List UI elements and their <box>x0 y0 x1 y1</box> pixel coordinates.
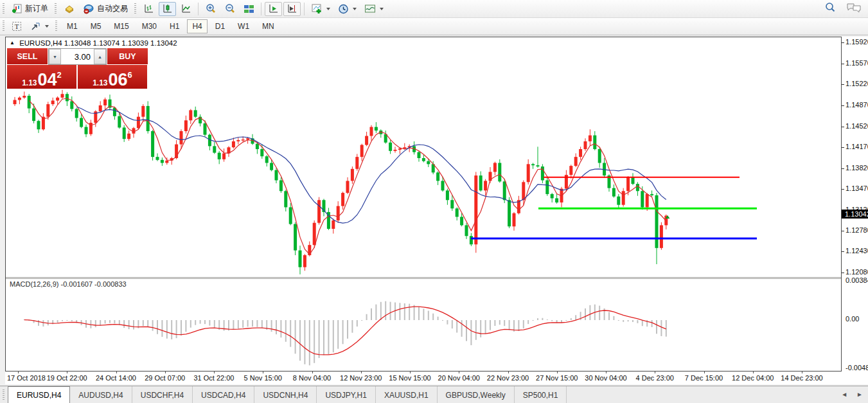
tab-usdcnh[interactable]: USDCNH,H4 <box>254 386 317 403</box>
time-axis[interactable]: 17 Oct 201819 Oct 22:0024 Oct 14:0029 Oc… <box>5 372 842 384</box>
chevron-down-icon <box>45 25 49 28</box>
chevron-down-icon <box>380 8 384 10</box>
expert-advisors-button[interactable] <box>60 2 78 16</box>
price-pane[interactable]: ▲ EURUSD,H4 1.13048 1.13074 1.13039 1.13… <box>6 37 841 277</box>
candle-body <box>460 217 463 225</box>
buy-button[interactable]: BUY <box>107 48 148 65</box>
timeframe-button-m30[interactable]: M30 <box>137 19 162 33</box>
zoom-in-button[interactable] <box>202 1 220 16</box>
timeframe-button-m5[interactable]: M5 <box>85 19 107 33</box>
tab-audusd[interactable]: AUDUSD,H4 <box>70 386 132 403</box>
new-order-button[interactable]: 新订单 <box>8 1 51 16</box>
search-icon[interactable] <box>824 2 836 13</box>
timeframe-button-d1[interactable]: D1 <box>210 19 230 33</box>
time-axis-tick <box>704 372 705 373</box>
macd-histogram-bar <box>176 320 177 338</box>
toolbar-grip[interactable] <box>55 3 57 15</box>
volume-decrease-button[interactable]: ▼ <box>49 49 61 64</box>
chart-shift-button[interactable] <box>283 2 301 16</box>
sell-button[interactable]: SELL <box>7 48 48 65</box>
price-axis-label: 1.13820 <box>846 164 868 172</box>
autotrading-button[interactable]: 自动交易 <box>80 1 131 16</box>
time-axis-tick <box>18 372 19 373</box>
price-axis-label: 1.12080 <box>846 268 868 276</box>
volume-increase-button[interactable]: ▲ <box>94 49 106 64</box>
candle-body <box>80 118 83 127</box>
cursor-mode-button[interactable] <box>27 19 52 33</box>
macd-histogram-bar <box>314 320 315 363</box>
macd-histogram-bar <box>423 309 424 320</box>
tab-eurusd[interactable]: EURUSD,H4 <box>8 386 70 403</box>
macd-histogram-bar <box>527 320 529 324</box>
toolbar-grip[interactable] <box>3 21 4 32</box>
macd-axis-min: -0.004856 <box>846 364 868 372</box>
candle-body <box>522 182 525 200</box>
tab-sp500[interactable]: SP500,H1 <box>515 386 567 403</box>
candle-body <box>232 141 235 147</box>
macd-histogram-bar <box>432 314 434 320</box>
time-axis-tick <box>263 372 263 373</box>
templates-icon <box>364 4 376 14</box>
timeframe-button-m15[interactable]: M15 <box>109 19 134 33</box>
bar-chart-button[interactable] <box>140 2 157 16</box>
macd-histogram-bar <box>337 320 339 349</box>
tile-windows-icon <box>244 4 254 14</box>
sell-price[interactable]: 1.13 04 2 <box>7 65 76 89</box>
tabs-scroll-left-icon[interactable]: ◄ <box>841 391 847 398</box>
macd-histogram-bar <box>171 320 172 339</box>
time-axis-label: 5 Nov 15:00 <box>244 374 282 382</box>
tab-usdcad[interactable]: USDCAD,H4 <box>193 386 254 403</box>
timeframe-button-h1[interactable]: H1 <box>164 19 184 33</box>
timeframe-button-m1[interactable]: M1 <box>62 19 83 33</box>
candle-body <box>275 170 278 181</box>
timeframe-button-mn[interactable]: MN <box>257 19 279 33</box>
macd-indicator-label: MACD(12,26,9) -0.001607 -0.000833 <box>10 280 127 288</box>
toolbar-grip[interactable] <box>3 3 4 15</box>
candle-body <box>456 208 459 217</box>
tabs-scroll-right-icon[interactable]: ► <box>856 391 863 398</box>
macd-histogram-bar <box>456 320 457 333</box>
zoom-out-button[interactable] <box>221 1 239 16</box>
text-label-tool-button[interactable]: T <box>8 19 26 33</box>
macd-histogram-bar <box>518 320 519 331</box>
toolbar-grip[interactable] <box>134 3 136 15</box>
candle-body <box>370 127 373 136</box>
collapse-arrow-icon[interactable]: ▲ <box>10 40 15 46</box>
time-axis-tick <box>165 372 166 373</box>
buy-price[interactable]: 1.13 06 6 <box>78 65 147 89</box>
candle-body <box>180 131 183 145</box>
tab-xauusd[interactable]: XAUUSD,H1 <box>376 386 438 403</box>
line-chart-button[interactable] <box>177 2 195 16</box>
periods-button[interactable] <box>335 2 360 16</box>
candle-body <box>389 143 392 151</box>
toolbar-separator <box>261 3 261 15</box>
macd-histogram-bar <box>542 318 543 320</box>
macd-histogram-bar <box>304 320 305 364</box>
macd-pane[interactable]: MACD(12,26,9) -0.001607 -0.000833 <box>6 279 841 371</box>
price-axis[interactable]: 1.159201.155701.152201.148701.145201.141… <box>842 37 868 384</box>
chart-shift-icon <box>287 4 297 14</box>
candle-body <box>503 181 506 200</box>
volume-input[interactable]: 3.00 <box>61 49 94 64</box>
price-axis-tick <box>842 42 844 43</box>
tab-usdjpy[interactable]: USDJPY,H1 <box>317 386 375 403</box>
tab-usdchf[interactable]: USDCHF,H4 <box>132 386 193 403</box>
toolbar-grip[interactable] <box>55 21 57 32</box>
tabsbar-grip[interactable] <box>3 390 4 401</box>
candlestick-chart-button[interactable] <box>159 2 176 16</box>
buy-price-sup: 6 <box>128 71 132 79</box>
timeframe-button-h4[interactable]: H4 <box>187 19 207 33</box>
price-axis-label: 1.12430 <box>846 247 868 255</box>
tile-windows-button[interactable] <box>240 2 258 16</box>
chart-window[interactable]: ▲ EURUSD,H4 1.13048 1.13074 1.13039 1.13… <box>5 37 842 372</box>
templates-button[interactable] <box>361 2 387 16</box>
candle-body <box>256 144 259 149</box>
community-chat-icon[interactable] <box>846 2 862 13</box>
auto-scroll-button[interactable] <box>265 2 282 16</box>
indicators-button[interactable] <box>308 2 333 16</box>
time-axis-label: 12 Dec 04:00 <box>732 374 774 382</box>
macd-histogram-bar <box>90 320 91 328</box>
tab-gbpusd[interactable]: GBPUSD,Weekly <box>438 386 515 403</box>
macd-histogram-bar <box>565 320 567 321</box>
timeframe-button-w1[interactable]: W1 <box>233 19 254 33</box>
